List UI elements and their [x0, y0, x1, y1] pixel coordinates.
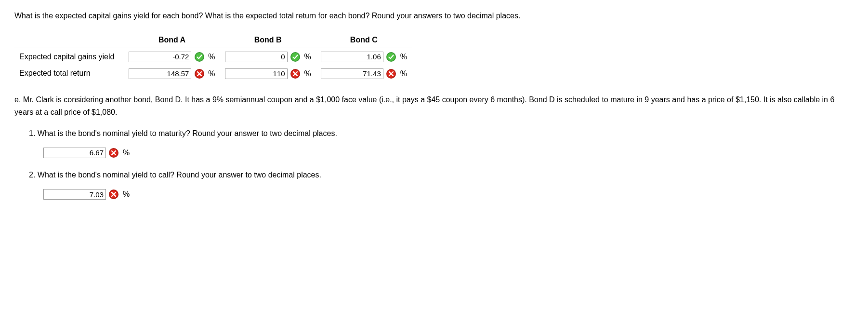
input-etr-c[interactable] [321, 68, 383, 79]
input-cgy-a[interactable] [129, 52, 191, 62]
unit-label: % [123, 190, 130, 198]
unit-label: % [400, 53, 407, 61]
svg-point-3 [291, 53, 299, 61]
cross-icon [109, 190, 118, 199]
row-label-cgy: Expected capital gains yield [14, 48, 124, 65]
subq-1-text: What is the bond's nominal yield to matu… [38, 129, 337, 137]
subq-1-num: 1. [29, 129, 35, 137]
table-row: Expected total return % % % [14, 65, 412, 82]
unit-label: % [123, 149, 130, 157]
cross-icon [109, 148, 118, 158]
check-icon [195, 52, 204, 62]
col-header-bond-b: Bond B [220, 32, 316, 48]
input-cgy-c[interactable] [321, 52, 383, 62]
table-row: Expected capital gains yield % % % [14, 48, 412, 65]
unit-label: % [208, 69, 215, 78]
question-intro: What is the expected capital gains yield… [14, 10, 854, 22]
part-e: e. Mr. Clark is considering another bond… [14, 94, 854, 201]
svg-point-1 [196, 53, 203, 61]
part-e-label: e. [14, 95, 21, 104]
svg-point-5 [387, 53, 395, 61]
subq-2-text: What is the bond's nominal yield to call… [38, 171, 321, 179]
subq-2-num: 2. [29, 171, 35, 179]
check-icon [386, 52, 396, 62]
part-e-body: Mr. Clark is considering another bond, B… [14, 95, 834, 116]
unit-label: % [400, 69, 407, 78]
col-header-bond-c: Bond C [316, 32, 412, 48]
cross-icon [195, 69, 204, 79]
input-cgy-b[interactable] [225, 52, 288, 62]
bond-table: Bond A Bond B Bond C Expected capital ga… [14, 32, 412, 82]
col-header-bond-a: Bond A [124, 32, 220, 48]
input-ytm[interactable] [43, 148, 106, 158]
row-label-etr: Expected total return [14, 65, 124, 82]
check-icon [290, 52, 300, 62]
input-etr-b[interactable] [225, 68, 288, 79]
input-ytc[interactable] [43, 189, 106, 200]
unit-label: % [304, 69, 311, 78]
unit-label: % [304, 53, 311, 61]
cross-icon [386, 69, 396, 79]
input-etr-a[interactable] [129, 68, 191, 79]
cross-icon [290, 69, 300, 79]
unit-label: % [208, 53, 215, 61]
subq-2: 2. What is the bond's nominal yield to c… [14, 169, 854, 201]
col-header-empty [14, 32, 124, 48]
subq-1: 1. What is the bond's nominal yield to m… [14, 127, 854, 159]
